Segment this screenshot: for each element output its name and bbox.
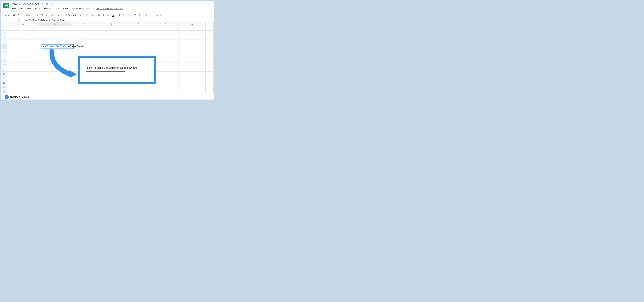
- format-select[interactable]: 123▼: [54, 13, 62, 17]
- wrap-icon[interactable]: ▼: [143, 13, 147, 17]
- row-header-1[interactable]: 1: [1, 26, 7, 31]
- font-size-select[interactable]: 10▼: [84, 13, 94, 17]
- link-icon[interactable]: [154, 13, 159, 17]
- cell[interactable]: [179, 81, 206, 85]
- cell[interactable]: [152, 35, 179, 40]
- cell[interactable]: [39, 67, 71, 72]
- cell[interactable]: [39, 31, 71, 35]
- cell[interactable]: [179, 62, 206, 67]
- text-color-icon[interactable]: A: [111, 13, 115, 17]
- last-edit-link[interactable]: Last edit was seconds ago: [96, 7, 123, 10]
- menu-edit[interactable]: Edit: [18, 7, 24, 11]
- halign-icon[interactable]: ▼: [134, 13, 138, 17]
- row-header-7[interactable]: 7: [1, 53, 7, 58]
- cell[interactable]: [39, 44, 71, 49]
- borders-icon[interactable]: [122, 13, 126, 17]
- increase-decimal-icon[interactable]: .00↑: [50, 13, 54, 17]
- cell[interactable]: [206, 49, 214, 53]
- cell[interactable]: [125, 90, 152, 94]
- cell[interactable]: [39, 90, 71, 94]
- cell[interactable]: [39, 72, 71, 76]
- cell[interactable]: [7, 44, 39, 49]
- col-header-a[interactable]: A: [7, 22, 39, 26]
- cell[interactable]: [7, 81, 39, 85]
- row-header-14[interactable]: 14: [1, 85, 7, 90]
- cell[interactable]: [98, 85, 125, 90]
- print-icon[interactable]: [12, 13, 16, 17]
- row-header-9[interactable]: 9: [1, 62, 7, 67]
- merge-cells-icon[interactable]: ▼: [127, 13, 131, 17]
- menu-tools[interactable]: Tools: [62, 7, 70, 11]
- strikethrough-icon[interactable]: S: [106, 13, 110, 17]
- cell[interactable]: [125, 44, 152, 49]
- cell[interactable]: [71, 40, 98, 44]
- zoom-select[interactable]: 100%▼: [23, 13, 33, 17]
- cell[interactable]: [206, 44, 214, 49]
- cell[interactable]: [206, 67, 214, 72]
- cell[interactable]: [152, 26, 179, 31]
- cell[interactable]: [125, 49, 152, 53]
- cell[interactable]: [179, 31, 206, 35]
- cloud-icon[interactable]: [51, 3, 54, 6]
- cell[interactable]: [179, 40, 206, 44]
- cell[interactable]: [206, 31, 214, 35]
- row-header-12[interactable]: 12: [1, 76, 7, 81]
- cell[interactable]: [71, 85, 98, 90]
- col-header-d[interactable]: D: [98, 22, 125, 26]
- row-header-4[interactable]: 4: [1, 40, 7, 44]
- name-box[interactable]: B5▼: [1, 18, 16, 22]
- cell[interactable]: [39, 85, 71, 90]
- cell[interactable]: [98, 44, 125, 49]
- cell[interactable]: [7, 35, 39, 40]
- cell[interactable]: [98, 35, 125, 40]
- cell[interactable]: [179, 72, 206, 76]
- row-header-15[interactable]: 15: [1, 90, 7, 94]
- cell[interactable]: [179, 85, 206, 90]
- font-select[interactable]: Default (Ari...▼: [64, 13, 82, 17]
- cell[interactable]: [7, 90, 39, 94]
- menu-view[interactable]: View: [25, 7, 33, 11]
- cell[interactable]: [7, 67, 39, 72]
- cell[interactable]: [39, 35, 71, 40]
- valign-icon[interactable]: ▼: [138, 13, 143, 17]
- cell[interactable]: [7, 76, 39, 81]
- cell[interactable]: [71, 31, 98, 35]
- cell[interactable]: [7, 31, 39, 35]
- cell[interactable]: [98, 40, 125, 44]
- cell[interactable]: [206, 81, 214, 85]
- filter-icon[interactable]: ▾: [70, 23, 70, 25]
- move-icon[interactable]: [46, 3, 49, 6]
- doc-title[interactable]: Sample Spreadsheet: [10, 2, 39, 6]
- cell[interactable]: [71, 35, 98, 40]
- fill-color-icon[interactable]: [118, 13, 122, 17]
- cell[interactable]: [206, 62, 214, 67]
- col-header-h[interactable]: H: [206, 22, 214, 26]
- percent-icon[interactable]: %: [40, 13, 44, 17]
- menu-data[interactable]: Data: [53, 7, 61, 11]
- col-header-b[interactable]: B▾: [39, 22, 71, 26]
- redo-icon[interactable]: [7, 13, 12, 17]
- cell[interactable]: [7, 49, 39, 53]
- cell[interactable]: [71, 26, 98, 31]
- cell[interactable]: [179, 53, 206, 58]
- row-header-10[interactable]: 10: [1, 67, 7, 72]
- cell[interactable]: [179, 26, 206, 31]
- cell[interactable]: [206, 76, 214, 81]
- row-header-5[interactable]: 5: [1, 44, 7, 49]
- row-header-8[interactable]: 8: [1, 58, 7, 62]
- cell[interactable]: [39, 62, 71, 67]
- cell[interactable]: [39, 26, 71, 31]
- menu-extensions[interactable]: Extensions: [70, 7, 84, 11]
- bold-icon[interactable]: B: [96, 13, 101, 17]
- callout-selection-handle[interactable]: [124, 71, 125, 72]
- col-header-f[interactable]: F: [152, 22, 179, 26]
- cell[interactable]: [39, 76, 71, 81]
- cell[interactable]: [125, 35, 152, 40]
- menu-format[interactable]: Format: [42, 7, 53, 11]
- menu-file[interactable]: File: [10, 7, 17, 11]
- rotate-icon[interactable]: ▼: [148, 13, 152, 17]
- cell[interactable]: [98, 31, 125, 35]
- cell[interactable]: [206, 53, 214, 58]
- cell[interactable]: [179, 58, 206, 62]
- cell[interactable]: [71, 90, 98, 94]
